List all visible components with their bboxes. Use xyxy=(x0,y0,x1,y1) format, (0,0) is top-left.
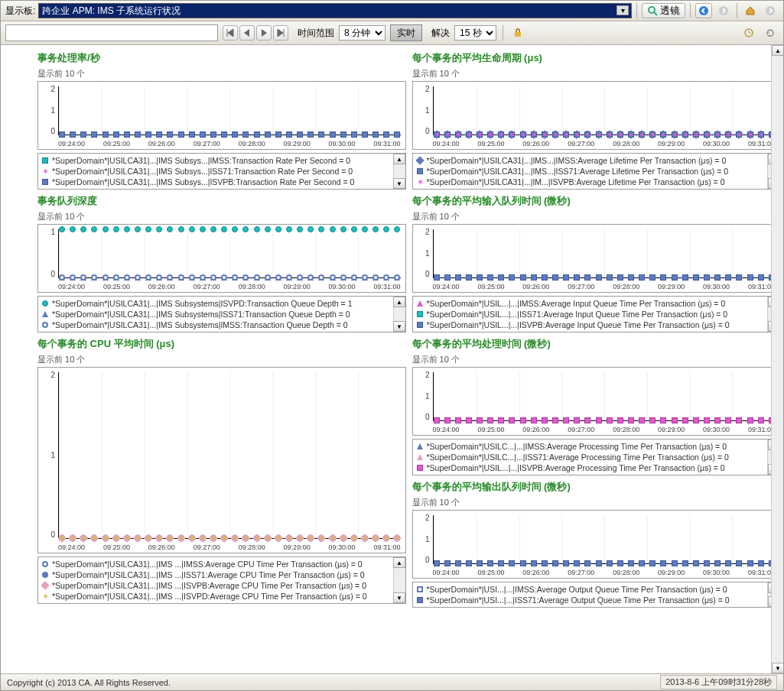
next-button[interactable] xyxy=(256,25,272,41)
prev-button[interactable] xyxy=(239,25,255,41)
path-input[interactable] xyxy=(5,24,218,41)
chart-panel-cpu: 每个事务的 CPU 平均时间 (μs)显示前 10 个21009:24:0009… xyxy=(37,336,406,604)
legend-item[interactable]: *SuperDomain*|USIL...|...|ISVPB:Average … xyxy=(416,462,766,473)
chart-subtitle: 显示前 10 个 xyxy=(37,68,406,79)
chart-subtitle: 显示前 10 个 xyxy=(412,68,781,79)
chart-title: 每个事务的 CPU 平均时间 (μs) xyxy=(37,336,406,354)
legend-item[interactable]: *SuperDomain*|USILCA31|...|IMS ...|ISS71… xyxy=(41,569,392,580)
chart-plot[interactable]: 21009:24:0009:25:0009:26:0009:27:0009:28… xyxy=(412,81,781,150)
svg-point-3 xyxy=(719,6,728,15)
time-range-label: 时间范围 xyxy=(298,27,334,40)
legend-item[interactable]: *SuperDomain*|USILCA31|...|IMS Subsystem… xyxy=(41,298,392,309)
clock-icon[interactable] xyxy=(740,25,757,41)
legend-item[interactable]: *SuperDomain*|USILCA31|...|IMS Subsystem… xyxy=(41,320,392,330)
time-range-select[interactable]: 8 分钟 xyxy=(339,25,385,41)
status-bar: Copyright (c) 2013 CA. All Rights Reserv… xyxy=(1,673,783,690)
legend-item[interactable]: *SuperDomain*|USILCA31|...|IMS ...|ISVPB… xyxy=(41,580,392,591)
dash-scrollbar[interactable]: ▲ ▼ xyxy=(771,45,783,673)
legend-item[interactable]: *SuperDomain*|USILCA31|...|IMS...|ISS71:… xyxy=(416,166,766,177)
chart-legend: *SuperDomain*|USILCA31|...|IMS Subsys...… xyxy=(37,153,406,190)
top-toolbar: 显示板: 透镜 xyxy=(1,1,783,21)
chart-title: 每个事务的平均生命周期 (μs) xyxy=(412,50,781,68)
nav-fwd-button-2[interactable] xyxy=(762,3,779,18)
scroll-down-icon[interactable]: ▼ xyxy=(393,178,405,189)
realtime-button[interactable]: 实时 xyxy=(390,24,422,41)
chart-legend: *SuperDomain*|USILC...|...|IMSS:Average … xyxy=(412,439,781,475)
lock-icon[interactable] xyxy=(509,25,526,41)
sub-toolbar: 时间范围 8 分钟 实时 解决 15 秒 xyxy=(1,21,783,45)
board-select[interactable] xyxy=(38,3,632,18)
chart-plot[interactable]: 21009:24:0009:25:0009:26:0009:27:0009:28… xyxy=(37,367,406,553)
resolve-select[interactable]: 15 秒 xyxy=(454,25,496,41)
scroll-up-icon[interactable]: ▲ xyxy=(393,154,405,164)
chart-subtitle: 显示前 10 个 xyxy=(412,211,781,222)
chart-title: 每个事务的平均输入队列时间 (微秒) xyxy=(412,193,781,211)
home-button[interactable] xyxy=(742,3,759,18)
chart-legend: *SuperDomain*|USILCA31|...|IMS Subsystem… xyxy=(37,296,406,333)
legend-item[interactable]: *SuperDomain*|USILCA31|...|IMS Subsys...… xyxy=(41,177,392,187)
legend-item[interactable]: *SuperDomain*|USIL...|...|ISVPB:Average … xyxy=(416,320,766,330)
chart-title: 事务队列深度 xyxy=(37,193,406,211)
lens-button[interactable]: 透镜 xyxy=(642,3,685,18)
chart-legend: *SuperDomain*|USILCA31|...|IMS ...|IMSS:… xyxy=(37,556,406,604)
chart-subtitle: 显示前 10 个 xyxy=(412,354,781,365)
chart-legend: *SuperDomain*|USIL...|...|IMSS:Average I… xyxy=(412,296,781,333)
legend-item[interactable]: *SuperDomain*|USILCA31|...|IMS...|IMSS:A… xyxy=(416,155,766,166)
chart-panel-inq: 每个事务的平均输入队列时间 (微秒)显示前 10 个21009:24:0009:… xyxy=(412,193,781,333)
chart-plot[interactable]: 21009:24:0009:25:0009:26:0009:27:0009:28… xyxy=(412,510,781,579)
chart-subtitle: 显示前 10 个 xyxy=(37,354,406,365)
refresh-icon[interactable] xyxy=(762,25,779,41)
scroll-down-icon[interactable]: ▼ xyxy=(393,321,405,332)
chart-panel-proc: 每个事务的平均处理时间 (微秒)显示前 10 个21009:24:0009:25… xyxy=(412,336,781,475)
svg-point-0 xyxy=(649,7,655,13)
scroll-up-icon[interactable]: ▲ xyxy=(393,557,405,568)
chart-legend: *SuperDomain*|USILCA31|...|IMS...|IMSS:A… xyxy=(412,153,781,190)
chart-panel-life: 每个事务的平均生命周期 (μs)显示前 10 个21009:24:0009:25… xyxy=(412,50,781,190)
chart-plot[interactable]: 21009:24:0009:25:0009:26:0009:27:0009:28… xyxy=(412,224,781,293)
chart-panel-qdepth: 事务队列深度显示前 10 个1009:24:0009:25:0009:26:00… xyxy=(37,193,406,333)
chart-subtitle: 显示前 10 个 xyxy=(412,497,781,508)
chart-title: 每个事务的平均处理时间 (微秒) xyxy=(412,336,781,354)
chart-panel-rate: 事务处理率/秒显示前 10 个21009:24:0009:25:0009:26:… xyxy=(37,50,406,190)
chart-title: 每个事务的平均输出队列时间 (微秒) xyxy=(412,479,781,497)
board-label: 显示板: xyxy=(5,5,35,18)
chart-plot[interactable]: 21009:24:0009:25:0009:26:0009:27:0009:28… xyxy=(412,367,781,436)
legend-item[interactable]: ✶*SuperDomain*|USILCA31|...|IMS ...|ISVP… xyxy=(41,591,392,602)
legend-item[interactable]: *SuperDomain*|USIL...|...|ISS71:Average … xyxy=(416,309,766,320)
svg-rect-5 xyxy=(515,32,521,37)
chart-title: 事务处理率/秒 xyxy=(37,50,406,68)
chart-plot[interactable]: 21009:24:0009:25:0009:26:0009:27:0009:28… xyxy=(37,81,406,150)
legend-item[interactable]: *SuperDomain*|USILCA31|...|IMS Subsys...… xyxy=(41,155,392,166)
copyright-text: Copyright (c) 2013 CA. All Rights Reserv… xyxy=(7,678,171,687)
dashboard-area: 事务处理率/秒显示前 10 个21009:24:0009:25:0009:26:… xyxy=(1,45,783,673)
svg-line-1 xyxy=(654,12,657,15)
legend-item[interactable]: *SuperDomain*|USILC...|...|IMSS:Average … xyxy=(416,441,766,452)
legend-item[interactable]: ✶*SuperDomain*|USILCA31|...|IMS Subsys..… xyxy=(41,166,392,177)
svg-point-4 xyxy=(766,6,775,15)
legend-item[interactable]: *SuperDomain*|USILCA31|...|IMS Subsystem… xyxy=(41,309,392,320)
nav-fwd-button[interactable] xyxy=(715,3,732,18)
first-button[interactable] xyxy=(223,25,238,41)
legend-item[interactable]: ✶*SuperDomain*|USILCA31|...|IM...|ISVPB:… xyxy=(416,177,766,187)
legend-item[interactable]: *SuperDomain*|USIL...|...|IMSS:Average I… xyxy=(416,298,766,309)
chart-panel-outq: 每个事务的平均输出队列时间 (微秒)显示前 10 个21009:24:0009:… xyxy=(412,479,781,608)
last-button[interactable] xyxy=(273,25,288,41)
chart-plot[interactable]: 1009:24:0009:25:0009:26:0009:27:0009:28:… xyxy=(37,224,406,293)
timestamp-text: 2013-8-6 上午09时31分28秒 xyxy=(660,675,777,689)
legend-item[interactable]: *SuperDomain*|USILCA31|...|IMS ...|IMSS:… xyxy=(41,559,392,569)
legend-item[interactable]: *SuperDomain*|USI...|...|IMSS:Average Ou… xyxy=(416,584,766,595)
chart-subtitle: 显示前 10 个 xyxy=(37,211,406,222)
scroll-down-icon[interactable]: ▼ xyxy=(393,592,405,603)
scroll-up-icon[interactable]: ▲ xyxy=(393,297,405,307)
legend-item[interactable]: *SuperDomain*|USI...|...|ISS71:Average O… xyxy=(416,595,766,605)
nav-back-button[interactable] xyxy=(695,3,712,18)
chart-legend: *SuperDomain*|USI...|...|IMSS:Average Ou… xyxy=(412,582,781,608)
legend-scrollbar[interactable]: ▲▼ xyxy=(393,557,405,603)
scroll-up-icon[interactable]: ▲ xyxy=(772,45,783,56)
resolve-label: 解决 xyxy=(431,27,450,40)
legend-scrollbar[interactable]: ▲▼ xyxy=(393,297,405,332)
scroll-down-icon[interactable]: ▼ xyxy=(772,663,783,673)
legend-item[interactable]: *SuperDomain*|USILC...|...|ISS71:Average… xyxy=(416,452,766,462)
svg-point-2 xyxy=(699,6,708,15)
legend-scrollbar[interactable]: ▲▼ xyxy=(393,154,405,189)
